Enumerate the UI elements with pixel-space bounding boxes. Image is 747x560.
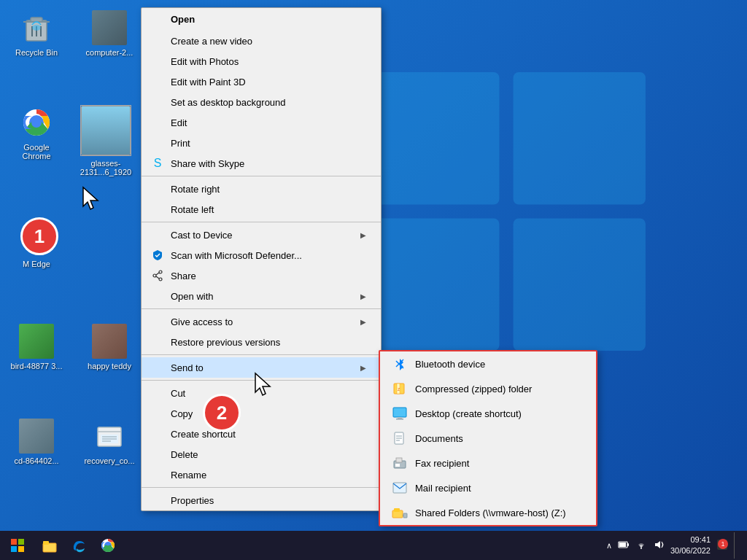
svg-rect-51 bbox=[18, 546, 24, 552]
taskbar-notification[interactable]: 💬 1 bbox=[716, 539, 728, 552]
ctx-properties[interactable]: Properties bbox=[142, 490, 381, 510]
ctx-edit-photos[interactable]: Edit with Photos bbox=[142, 51, 381, 71]
ctx-rotate-left-label: Rotate left bbox=[171, 204, 214, 215]
taskbar-chrome[interactable] bbox=[93, 531, 123, 560]
desktop-icon-teddy[interactable]: happy teddy bbox=[80, 321, 139, 373]
skype-icon: S bbox=[150, 156, 165, 171]
ctx-open-label: Open bbox=[171, 14, 195, 25]
ctx-delete-label: Delete bbox=[171, 449, 198, 460]
ctx-send-to-label: Send to bbox=[171, 362, 204, 373]
taskbar-network[interactable] bbox=[635, 539, 647, 552]
ctx-rotate-left[interactable]: Rotate left bbox=[142, 199, 381, 219]
bird-label: bird-48877 3... bbox=[11, 362, 63, 370]
ctx-share-skype[interactable]: S Share with Skype bbox=[142, 153, 381, 174]
ctx-restore[interactable]: Restore previous versions bbox=[142, 332, 381, 352]
bluetooth-icon bbox=[392, 356, 408, 372]
ctx-properties-label: Properties bbox=[171, 495, 214, 506]
svg-rect-50 bbox=[11, 546, 17, 552]
network-drive-icon bbox=[392, 505, 408, 521]
teddy-icon bbox=[92, 324, 127, 359]
ctx-copy[interactable]: Copy bbox=[142, 403, 381, 424]
ctx-set-bg[interactable]: Set as desktop background bbox=[142, 92, 381, 112]
ctx-set-bg-label: Set as desktop background bbox=[171, 97, 286, 108]
start-button[interactable] bbox=[3, 531, 32, 560]
ctx-cast-arrow: ▶ bbox=[360, 231, 366, 239]
submenu-send-to: Bluetooth device Z Compressed (zipped) f… bbox=[379, 350, 597, 526]
submenu-fax[interactable]: Fax recipient bbox=[380, 451, 596, 475]
ctx-edit-paint[interactable]: Edit with Paint 3D bbox=[142, 71, 381, 92]
taskbar-chevron[interactable]: ∧ bbox=[606, 541, 612, 551]
ctx-delete[interactable]: Delete bbox=[142, 444, 381, 464]
cd-label: cd-864402... bbox=[14, 456, 58, 465]
ctx-give-access[interactable]: Give access to ▶ bbox=[142, 311, 381, 332]
taskbar-volume[interactable] bbox=[653, 539, 665, 552]
ctx-sep-3 bbox=[142, 308, 381, 309]
clock-time: 09:41 bbox=[670, 534, 711, 545]
ctx-sep-6 bbox=[142, 487, 381, 488]
svg-rect-57 bbox=[627, 543, 629, 546]
submenu-bluetooth-label: Bluetooth device bbox=[415, 359, 485, 370]
defender-icon bbox=[150, 248, 165, 262]
taskbar: ∧ bbox=[0, 531, 747, 560]
taskbar-clock[interactable]: 09:41 30/06/2022 bbox=[670, 534, 711, 557]
context-menu: Open Create a new video Edit with Photos… bbox=[141, 7, 382, 511]
svg-rect-33 bbox=[393, 408, 406, 417]
ctx-edit-paint-label: Edit with Paint 3D bbox=[171, 77, 246, 88]
submenu-documents[interactable]: Documents bbox=[380, 426, 596, 451]
desktop-icon-recycle-bin[interactable]: Recycle Bin bbox=[7, 7, 66, 60]
desktop-icon-glasses[interactable]: glasses-2131...6_1920 bbox=[73, 102, 139, 179]
ctx-sep-2 bbox=[142, 222, 381, 222]
ctx-print-label: Print bbox=[171, 138, 190, 149]
fax-icon bbox=[392, 455, 408, 471]
submenu-shared-folders[interactable]: Shared Folders (\\vmware-host) (Z:) bbox=[380, 500, 596, 525]
recovery-icon bbox=[92, 419, 127, 454]
desktop-icon-recovery[interactable]: recovery_co... bbox=[80, 416, 139, 468]
ctx-send-to[interactable]: Send to ▶ bbox=[142, 357, 381, 378]
svg-rect-46 bbox=[403, 513, 407, 518]
ctx-scan-label: Scan with Microsoft Defender... bbox=[171, 250, 302, 261]
submenu-fax-label: Fax recipient bbox=[415, 458, 469, 469]
ctx-share-label: Share bbox=[171, 271, 196, 281]
clock-date: 30/06/2022 bbox=[670, 545, 711, 556]
submenu-bluetooth[interactable]: Bluetooth device bbox=[380, 351, 596, 376]
svg-rect-49 bbox=[18, 539, 24, 545]
taskbar-explorer[interactable] bbox=[35, 531, 64, 560]
submenu-desktop-label: Desktop (create shortcut) bbox=[415, 408, 522, 419]
ctx-rename[interactable]: Rename bbox=[142, 464, 381, 485]
desktop-icon-bird[interactable]: bird-48877 3... bbox=[7, 321, 66, 373]
svg-line-27 bbox=[156, 276, 159, 279]
ctx-send-to-arrow: ▶ bbox=[360, 364, 366, 372]
desktop-icon-cd[interactable]: cd-864402... bbox=[7, 416, 66, 468]
ctx-share-skype-label: Share with Skype bbox=[171, 158, 244, 169]
svg-rect-53 bbox=[43, 541, 49, 545]
submenu-compressed[interactable]: Z Compressed (zipped) folder bbox=[380, 376, 596, 401]
share-icon bbox=[150, 268, 165, 283]
ctx-sep-5 bbox=[142, 380, 381, 381]
svg-rect-42 bbox=[395, 464, 400, 467]
ctx-create-video[interactable]: Create a new video bbox=[142, 31, 381, 51]
ctx-share[interactable]: Share bbox=[142, 265, 381, 286]
svg-rect-58 bbox=[619, 542, 626, 547]
ctx-create-shortcut[interactable]: Create shortcut bbox=[142, 424, 381, 444]
ctx-cut[interactable]: Cut bbox=[142, 383, 381, 403]
ctx-edit[interactable]: Edit bbox=[142, 112, 381, 133]
cursor-1 bbox=[82, 186, 104, 214]
ctx-create-video-label: Create a new video bbox=[171, 36, 252, 47]
ctx-scan-defender[interactable]: Scan with Microsoft Defender... bbox=[142, 245, 381, 265]
ctx-print[interactable]: Print bbox=[142, 133, 381, 153]
cd-icon bbox=[19, 419, 54, 454]
desktop-icon-computer[interactable]: computer-2... bbox=[80, 7, 139, 60]
submenu-mail[interactable]: Mail recipient bbox=[380, 475, 596, 500]
ctx-open[interactable]: Open bbox=[142, 8, 381, 31]
ctx-sep-4 bbox=[142, 354, 381, 355]
ctx-cast[interactable]: Cast to Device ▶ bbox=[142, 225, 381, 245]
zip-icon: Z bbox=[392, 381, 408, 397]
taskbar-edge[interactable] bbox=[64, 531, 93, 560]
svg-rect-35 bbox=[396, 419, 403, 420]
teddy-label: happy teddy bbox=[88, 362, 131, 370]
submenu-desktop[interactable]: Desktop (create shortcut) bbox=[380, 401, 596, 426]
ctx-open-with[interactable]: Open with ▶ bbox=[142, 286, 381, 306]
ctx-rotate-right[interactable]: Rotate right bbox=[142, 179, 381, 199]
show-desktop[interactable] bbox=[734, 532, 738, 559]
desktop-icon-chrome[interactable]: Google Chrome bbox=[7, 102, 66, 163]
